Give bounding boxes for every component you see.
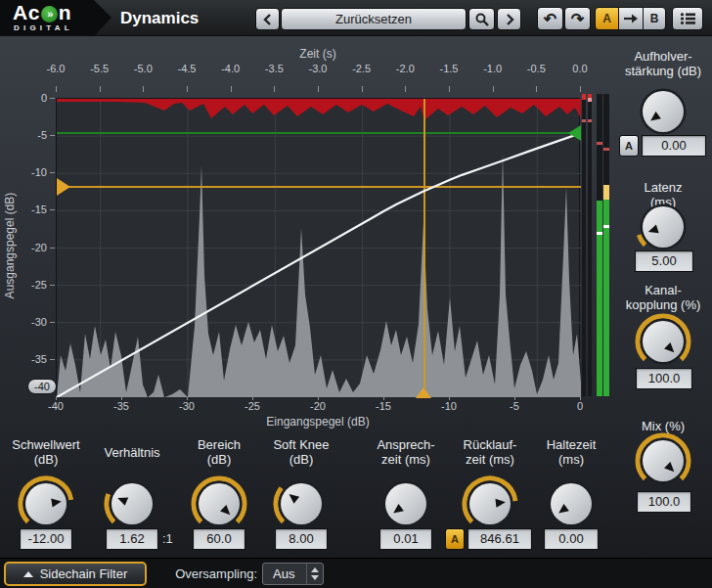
- output-tick-label: 0: [14, 92, 47, 104]
- ab-compare-b-button[interactable]: B: [643, 7, 666, 30]
- ratio-label: Verhältnis: [85, 445, 179, 460]
- meter-segment: [603, 185, 609, 200]
- threshold-knob[interactable]: [15, 473, 77, 535]
- release-label: Rücklauf-zeit (ms): [443, 437, 537, 467]
- brand-logo: Ac»n DIGITAL: [0, 0, 111, 36]
- input-tick-label: -10: [431, 400, 467, 412]
- page-title: Dynamics: [120, 0, 199, 36]
- mix-knob[interactable]: [632, 430, 694, 492]
- makeup-gain-value[interactable]: 0.00: [642, 135, 706, 157]
- brand-o-icon: »: [41, 6, 58, 23]
- time-tick-mark: [318, 86, 319, 92]
- makeup-gain-marker[interactable]: [568, 125, 581, 141]
- output-tick-label: -10: [14, 166, 47, 178]
- transfer-curve-plot[interactable]: [56, 98, 580, 396]
- meter-segment: [597, 142, 602, 145]
- meter-segment: [597, 232, 602, 235]
- ratio-suffix: :1: [162, 531, 173, 546]
- output-tick-mark: [50, 172, 55, 173]
- makeup-gain-knob[interactable]: [632, 80, 694, 143]
- output-tick-label: -30: [14, 316, 47, 328]
- threshold-output-marker[interactable]: [57, 178, 70, 196]
- hold-value[interactable]: 0.00: [544, 528, 599, 550]
- output-tick-label: -15: [14, 204, 47, 215]
- time-tick-mark: [274, 86, 275, 92]
- release-auto-button[interactable]: A: [445, 528, 465, 550]
- soft-knee-label: Soft Knee(dB): [254, 437, 348, 467]
- ab-compare-a-button[interactable]: A: [595, 7, 619, 30]
- attack-value[interactable]: 0.01: [379, 528, 432, 550]
- spinner-arrows-icon: [306, 564, 323, 584]
- ab-copy-button[interactable]: [619, 7, 643, 30]
- soft-knee-value[interactable]: 8.00: [275, 528, 328, 550]
- threshold-value[interactable]: -12.00: [20, 528, 72, 550]
- latency-knob[interactable]: [632, 196, 694, 258]
- time-tick-mark: [143, 86, 144, 92]
- output-tick-mark: [50, 209, 55, 210]
- ratio-value[interactable]: 1.62: [106, 528, 158, 550]
- sidechain-filter-button[interactable]: Sidechain Filter: [4, 562, 147, 586]
- channel-link-knob[interactable]: [632, 310, 694, 373]
- time-tick-label: -4.5: [169, 63, 204, 74]
- makeup-auto-button[interactable]: A: [619, 135, 639, 157]
- output-tick-mark: [50, 98, 55, 99]
- brand-text-pre: Ac: [13, 1, 40, 24]
- time-tick-mark: [405, 86, 406, 92]
- chevron-right-icon: [504, 13, 515, 26]
- time-tick-mark: [187, 86, 188, 92]
- hold-label: Haltezeit(ms): [524, 437, 618, 467]
- time-tick-label: 0.0: [562, 63, 598, 74]
- meter-bar: [582, 94, 586, 396]
- oversampling-select[interactable]: Aus: [262, 563, 324, 585]
- latency-value[interactable]: 5.00: [635, 250, 693, 272]
- preset-next-button[interactable]: [497, 8, 521, 30]
- threshold-input-marker[interactable]: [416, 387, 431, 398]
- range-label: Bereich(dB): [172, 437, 266, 467]
- meter-segment: [603, 225, 609, 228]
- arrow-right-icon: [624, 14, 638, 23]
- collapse-up-icon: [23, 571, 33, 577]
- output-tick-mark: [50, 359, 55, 360]
- redo-button[interactable]: ↷: [564, 7, 591, 30]
- input-waveform: [57, 153, 581, 397]
- soft-knee-knob[interactable]: [270, 473, 333, 535]
- time-axis: -6.0-5.5-5.0-4.5-4.0-3.5-3.0-2.5-2.0-1.5…: [56, 63, 580, 98]
- input-tick-label: -35: [104, 400, 139, 412]
- plot-canvas: [57, 99, 581, 397]
- hold-knob[interactable]: [540, 473, 602, 535]
- oversampling-label: Oversampling:: [155, 566, 257, 581]
- undo-button[interactable]: ↶: [537, 7, 563, 30]
- output-tick-label: -5: [14, 129, 47, 141]
- redo-icon: ↷: [571, 10, 584, 28]
- preset-search-button[interactable]: [468, 8, 495, 30]
- ratio-knob[interactable]: [101, 473, 163, 535]
- meter-segment: [603, 200, 609, 396]
- chevron-left-icon: [262, 13, 274, 26]
- range-value[interactable]: 60.0: [193, 528, 245, 550]
- channel-link-value[interactable]: 100.0: [636, 368, 692, 389]
- preset-menu-button[interactable]: [672, 7, 703, 30]
- time-tick-label: -6.0: [38, 63, 73, 74]
- output-tick-mark: [50, 285, 55, 286]
- output-tick-mark: [50, 135, 55, 136]
- mix-value[interactable]: 100.0: [637, 491, 691, 513]
- release-value[interactable]: 846.61: [467, 528, 532, 550]
- gain-reduction-trace: [57, 99, 581, 120]
- time-tick-label: -5.0: [125, 63, 160, 74]
- preset-prev-button[interactable]: [255, 8, 280, 30]
- time-tick-mark: [449, 86, 450, 92]
- meter-segment: [588, 119, 592, 122]
- range-knob[interactable]: [188, 473, 250, 535]
- preset-field[interactable]: Zurücksetzen: [281, 8, 467, 30]
- time-tick-label: -3.5: [256, 63, 291, 74]
- time-tick-mark: [231, 86, 232, 92]
- attack-knob[interactable]: [375, 473, 437, 535]
- time-tick-mark: [493, 86, 494, 92]
- meter-bar: [597, 94, 602, 396]
- release-knob[interactable]: [459, 473, 521, 535]
- channel-link-label: Kanal-kopplung (%): [616, 283, 710, 312]
- plugin-window: Ac»n DIGITAL Dynamics Zurücksetzen ↶ ↷ A…: [0, 0, 712, 588]
- meter-bar: [603, 94, 609, 396]
- input-tick-label: -20: [300, 400, 335, 412]
- output-range-badge[interactable]: -40: [27, 379, 57, 394]
